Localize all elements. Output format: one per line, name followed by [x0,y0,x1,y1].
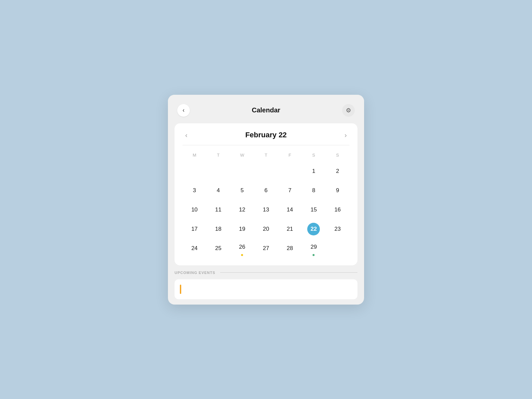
next-month-button[interactable]: › [342,130,349,140]
calendar-cell[interactable]: 5 [230,182,254,200]
event-dot [241,254,243,256]
upcoming-events-section: UPCOMING EVENTS [175,271,357,305]
day-header-cell: W [230,151,254,160]
day-number[interactable]: 5 [236,184,248,197]
day-number[interactable]: 12 [236,203,248,216]
day-number[interactable]: 25 [212,242,225,255]
day-number[interactable]: 11 [212,203,225,216]
day-number[interactable]: 19 [236,223,248,235]
section-divider [220,272,357,273]
day-number[interactable]: 6 [260,184,272,197]
calendar-cell [278,162,302,180]
calendar-cell[interactable]: 2 [326,162,349,180]
calendar-cell[interactable]: 8 [302,182,326,200]
header: ‹ Calendar ⚙ [168,95,364,123]
empty-day [284,165,296,178]
calendar-cell[interactable]: 19 [230,220,254,238]
chevron-right-icon: › [344,131,347,139]
calendar-cell[interactable]: 7 [278,182,302,200]
day-number[interactable]: 22 [307,223,320,235]
prev-month-button[interactable]: ‹ [183,130,190,140]
calendar-cell[interactable]: 20 [254,220,278,238]
day-number[interactable]: 15 [307,203,320,216]
back-button[interactable]: ‹ [177,104,190,117]
day-number[interactable]: 1 [307,165,320,178]
calendar-cell [254,162,278,180]
day-header-cell: T [206,151,230,160]
day-header-cell: S [326,151,349,160]
calendar-cell[interactable]: 16 [326,201,349,219]
day-number[interactable]: 24 [188,242,201,255]
calendar-cell[interactable]: 23 [326,220,349,238]
day-number[interactable]: 17 [188,223,201,235]
month-title: February 22 [245,131,287,139]
gear-icon: ⚙ [346,107,351,114]
upcoming-header: UPCOMING EVENTS [175,271,357,275]
calendar-cell[interactable]: 17 [183,220,206,238]
day-number[interactable]: 27 [260,242,272,255]
day-number[interactable]: 29 [307,241,320,253]
day-number[interactable]: 23 [331,223,344,235]
calendar-cell[interactable]: 4 [206,182,230,200]
calendar-cell[interactable]: 26 [230,239,254,257]
day-number[interactable]: 21 [284,223,296,235]
settings-button[interactable]: ⚙ [342,104,355,117]
calendar-grid: 1234567891011121314151617181920212223242… [183,162,349,257]
calendar-cell[interactable]: 22 [302,220,326,238]
calendar-cell[interactable]: 12 [230,201,254,219]
calendar-cell[interactable]: 28 [278,239,302,257]
day-number[interactable]: 2 [331,165,344,178]
day-header-cell: M [183,151,206,160]
day-number[interactable]: 14 [284,203,296,216]
calendar-cell[interactable]: 24 [183,239,206,257]
event-color-bar [180,285,181,294]
month-navigation: ‹ February 22 › [183,130,349,145]
day-number[interactable]: 4 [212,184,225,197]
day-number[interactable]: 13 [260,203,272,216]
empty-day [331,242,344,255]
day-number[interactable]: 18 [212,223,225,235]
page-title: Calendar [252,106,280,114]
calendar-cell[interactable]: 15 [302,201,326,219]
chevron-left-icon: ‹ [185,131,188,139]
empty-day [212,165,225,178]
calendar-cell [326,239,349,257]
calendar-cell[interactable]: 14 [278,201,302,219]
upcoming-title: UPCOMING EVENTS [175,271,215,275]
day-number[interactable]: 8 [307,184,320,197]
empty-day [236,165,248,178]
calendar-cell[interactable]: 9 [326,182,349,200]
calendar-cell [230,162,254,180]
day-number[interactable]: 9 [331,184,344,197]
app-container: ‹ Calendar ⚙ ‹ February 22 › MTWTFSS 123… [168,95,364,305]
calendar-cell[interactable]: 21 [278,220,302,238]
calendar-cell[interactable]: 27 [254,239,278,257]
day-number[interactable]: 26 [236,241,248,253]
event-item[interactable] [175,279,357,299]
day-number[interactable]: 7 [284,184,296,197]
day-number[interactable]: 3 [188,184,201,197]
calendar-cell[interactable]: 25 [206,239,230,257]
empty-day [260,165,272,178]
day-number[interactable]: 20 [260,223,272,235]
calendar-card: ‹ February 22 › MTWTFSS 1234567891011121… [175,123,357,265]
calendar-cell[interactable]: 18 [206,220,230,238]
calendar-cell[interactable]: 11 [206,201,230,219]
day-header-cell: F [278,151,302,160]
calendar-cell[interactable]: 10 [183,201,206,219]
calendar-cell[interactable]: 29 [302,239,326,257]
day-number[interactable]: 16 [331,203,344,216]
calendar-cell[interactable]: 13 [254,201,278,219]
empty-day [188,165,201,178]
day-number[interactable]: 28 [284,242,296,255]
calendar-cell [183,162,206,180]
day-header-cell: T [254,151,278,160]
day-headers: MTWTFSS [183,151,349,160]
calendar-cell[interactable]: 3 [183,182,206,200]
day-header-cell: S [302,151,326,160]
calendar-cell [206,162,230,180]
back-icon: ‹ [183,107,185,114]
calendar-cell[interactable]: 1 [302,162,326,180]
day-number[interactable]: 10 [188,203,201,216]
calendar-cell[interactable]: 6 [254,182,278,200]
